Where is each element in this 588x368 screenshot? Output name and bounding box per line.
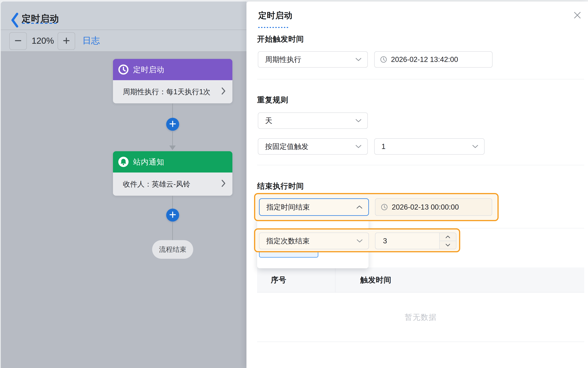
column-header-trigger-time: 触发时间 [360,267,391,292]
end-datetime-value: 2026-02-13 00:00:00 [392,203,459,211]
chevron-right-icon [221,179,226,189]
repeat-rule-label: 重复规则 [257,95,288,105]
add-node-button[interactable] [166,118,179,131]
close-icon [573,11,581,20]
flow-connector [172,103,173,118]
repeat-trigger-mode-value: 按固定值触发 [258,142,308,151]
back-button[interactable] [11,13,21,28]
repeat-unit-select[interactable]: 天 [258,112,368,129]
table-header: 序号 触发时间 [257,267,584,293]
minus-icon [14,37,22,46]
chevron-down-icon [355,119,362,122]
node-timer-title: 定时启动 [133,64,164,75]
table-empty-state: 暂无数据 [257,293,584,342]
clock-icon [380,56,387,63]
add-icon [169,211,176,219]
column-header-index: 序号 [271,267,286,292]
column-divider [335,267,335,292]
flow-canvas[interactable]: 定时启动 120% 日志 定时启动 周期性执行：每1天执行1次 [1,1,247,368]
flow-end-badge: 流程结束 [152,240,193,259]
clock-icon [381,203,388,211]
end-time-mode-select[interactable]: 指定时间结束 [259,198,369,216]
end-time-mode-value: 指定时间结束 [260,202,310,212]
node-timer[interactable]: 定时启动 周期性执行：每1天执行1次 [113,59,232,103]
trigger-time-table: 序号 触发时间 暂无数据 [257,267,584,342]
node-notify-summary-text: 收件人：英雄云-风铃 [123,179,190,189]
chevron-down-icon [356,239,363,243]
node-notify-title: 站内通知 [133,157,164,167]
spinner-down-button[interactable] [440,241,456,249]
node-timer-summary[interactable]: 周期性执行：每1天执行1次 [113,80,232,103]
end-count-mode-value: 指定次数结束 [259,236,310,246]
close-button[interactable] [573,11,582,20]
back-chevron-icon [11,13,19,28]
log-link[interactable]: 日志 [82,32,100,49]
section-divider [257,165,584,165]
bell-icon [118,156,129,167]
drawer-title-underline [258,27,289,28]
number-spinner [439,233,456,249]
repeat-trigger-mode-select[interactable]: 按固定值触发 [258,138,368,155]
empty-data-text: 暂无数据 [405,312,437,322]
canvas-title-underline [22,23,58,24]
end-count-input[interactable]: 3 [375,232,456,249]
arrow-down-icon [169,146,176,150]
node-notify-summary[interactable]: 收件人：英雄云-风铃 [113,173,232,196]
flow-end-label: 流程结束 [159,245,186,254]
drawer-title: 定时启动 [258,10,293,21]
start-time-label: 开始触发时间 [257,34,304,44]
add-node-button[interactable] [166,209,179,221]
section-divider [257,79,584,79]
repeat-interval-value: 1 [375,142,386,151]
chevron-down-icon [355,145,362,148]
zoom-level: 120% [28,32,57,49]
repeat-interval-select[interactable]: 1 [374,138,484,155]
end-datetime-input[interactable]: 2026-02-13 00:00:00 [375,198,492,216]
highlight-group-end-time: 指定时间结束 2026-02-13 00:00:00 [254,193,499,221]
end-count-mode-select[interactable]: 指定次数结束 [259,232,369,249]
settings-drawer: 定时启动 开始触发时间 周期性执行 2026-02-12 13:42:00 重复… [247,1,588,368]
end-count-value: 3 [383,237,387,245]
clock-icon [118,64,129,75]
chevron-down-icon [355,58,362,61]
start-mode-value: 周期性执行 [258,55,301,64]
start-mode-select[interactable]: 周期性执行 [258,51,368,68]
start-datetime-input[interactable]: 2026-02-12 13:42:00 [374,51,493,68]
chevron-down-icon [472,145,478,148]
zoom-out-button[interactable] [9,32,27,50]
node-notify[interactable]: 站内通知 收件人：英雄云-风铃 [113,151,232,196]
highlight-group-end-count: 指定次数结束 3 [254,228,460,252]
flow-connector [172,196,173,209]
chevron-right-icon [221,87,226,97]
chevron-up-icon [356,205,363,209]
spinner-up-button[interactable] [440,233,456,241]
repeat-unit-value: 天 [258,116,272,126]
node-notify-header: 站内通知 [113,151,232,173]
plus-icon [62,37,71,46]
start-datetime-value: 2026-02-12 13:42:00 [391,55,458,64]
node-timer-header: 定时启动 [113,59,232,80]
zoom-in-button[interactable] [58,32,75,50]
flow-connector [172,222,173,241]
end-time-label: 结束执行时间 [257,181,304,191]
flow-connector [172,131,173,146]
add-icon [169,120,176,128]
node-timer-summary-text: 周期性执行：每1天执行1次 [123,87,210,97]
